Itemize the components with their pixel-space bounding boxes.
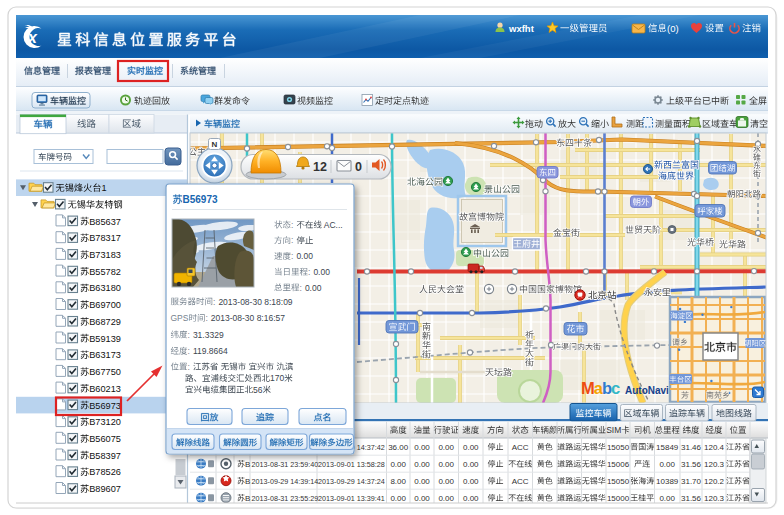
svg-text:0.00: 0.00: [463, 477, 479, 486]
svg-text::: :: [188, 330, 190, 340]
svg-text:31.3329: 31.3329: [193, 330, 224, 340]
svg-text:B85637: B85637: [89, 217, 121, 227]
svg-text::: :: [206, 313, 208, 323]
svg-text:0.00: 0.00: [414, 494, 430, 503]
svg-text:N: N: [212, 140, 218, 149]
svg-text::: :: [188, 346, 190, 356]
svg-text:B68729: B68729: [89, 317, 121, 327]
svg-text:wxfht: wxfht: [508, 23, 535, 34]
svg-text:0.00: 0.00: [390, 460, 406, 469]
svg-text:15000: 15000: [607, 494, 630, 503]
svg-text:120.2: 120.2: [704, 477, 725, 486]
svg-text:120.3: 120.3: [704, 494, 725, 503]
svg-text:2013-08-31 23:55:29: 2013-08-31 23:55:29: [252, 494, 319, 503]
svg-text:B59139: B59139: [89, 334, 121, 344]
svg-text:0.00: 0.00: [463, 460, 479, 469]
svg-text::: :: [291, 251, 293, 261]
svg-text:GPS: GPS: [171, 313, 189, 323]
svg-text:(0): (0): [667, 23, 679, 34]
svg-text:0.00: 0.00: [438, 443, 454, 452]
svg-text:31.56: 31.56: [681, 494, 702, 503]
svg-text:B63180: B63180: [89, 283, 121, 293]
svg-text:120.4: 120.4: [704, 443, 725, 452]
svg-text::: :: [300, 283, 302, 293]
svg-text:B56973: B56973: [183, 194, 218, 205]
svg-text:B56075: B56075: [89, 434, 121, 444]
svg-text:B63173: B63173: [89, 350, 121, 360]
svg-text:B56973: B56973: [89, 401, 121, 411]
svg-text:10389: 10389: [656, 477, 679, 486]
svg-text::: :: [213, 297, 215, 307]
svg-text:31.46: 31.46: [681, 443, 702, 452]
svg-text:B78317: B78317: [89, 233, 121, 243]
svg-text:B: B: [245, 460, 250, 469]
svg-text:2013-09-29 14:39:14: 2013-09-29 14:39:14: [252, 477, 319, 486]
svg-text:2013-09-01 13:58:28: 2013-09-01 13:58:28: [318, 460, 385, 469]
svg-text:ACC: ACC: [512, 477, 529, 486]
svg-text:B69700: B69700: [89, 300, 121, 310]
svg-text:2013-08-30 8:18:09: 2013-08-30 8:18:09: [218, 297, 292, 307]
svg-text:0.00: 0.00: [296, 251, 313, 261]
svg-text:B73183: B73183: [89, 250, 121, 260]
svg-text:36.00: 36.00: [388, 443, 409, 452]
svg-text:170: 170: [270, 373, 284, 383]
svg-text:x: x: [27, 29, 38, 46]
svg-text:B55782: B55782: [89, 267, 121, 277]
svg-text:2013-09-29 14:37:24: 2013-09-29 14:37:24: [318, 477, 385, 486]
svg-text:B73120: B73120: [89, 417, 121, 427]
svg-text:Mabc: Mabc: [581, 379, 620, 397]
svg-text:0.00: 0.00: [305, 283, 322, 293]
svg-text:15050: 15050: [607, 477, 630, 486]
svg-text:119.8664: 119.8664: [193, 346, 228, 356]
svg-text:B: B: [245, 477, 250, 486]
svg-text:8.00: 8.00: [390, 477, 406, 486]
svg-text:2013-08-31 23:59:40: 2013-08-31 23:59:40: [252, 460, 319, 469]
svg-text:B78526: B78526: [89, 467, 121, 477]
svg-text:B58397: B58397: [89, 451, 121, 461]
svg-text::: :: [188, 362, 190, 372]
svg-text:0.00: 0.00: [463, 443, 479, 452]
svg-text:0.00: 0.00: [414, 477, 430, 486]
svg-text:2013-08-30 8:16:57: 2013-08-30 8:16:57: [211, 313, 285, 323]
svg-text:31.70: 31.70: [681, 477, 702, 486]
svg-text::: :: [291, 220, 293, 230]
svg-text:SIM: SIM: [606, 425, 621, 435]
svg-text:0.00: 0.00: [313, 267, 330, 277]
svg-text:2013-09-01 13:39:41: 2013-09-01 13:39:41: [318, 494, 385, 503]
svg-text:B: B: [245, 494, 250, 503]
svg-text:0.00: 0.00: [463, 494, 479, 503]
svg-text:15006: 15006: [607, 460, 630, 469]
svg-text:0.00: 0.00: [659, 494, 675, 503]
svg-text:15849: 15849: [656, 443, 679, 452]
svg-text:120.3: 120.3: [704, 460, 725, 469]
svg-text:0.00: 0.00: [414, 460, 430, 469]
svg-text:B89607: B89607: [89, 484, 121, 494]
svg-text:0.00: 0.00: [659, 460, 675, 469]
svg-text:31.56: 31.56: [681, 460, 702, 469]
svg-text:15050: 15050: [607, 443, 630, 452]
svg-text:B60213: B60213: [89, 384, 121, 394]
svg-text:12: 12: [313, 160, 327, 174]
svg-text:0.00: 0.00: [414, 443, 430, 452]
svg-text:B67750: B67750: [89, 367, 121, 377]
svg-text:0.00: 0.00: [438, 460, 454, 469]
svg-text:AutoNavi: AutoNavi: [625, 385, 669, 396]
svg-text:56: 56: [253, 385, 263, 395]
svg-text::: :: [291, 235, 293, 245]
svg-text:0: 0: [355, 160, 362, 174]
svg-text::: :: [308, 267, 310, 277]
svg-text:ACC: ACC: [512, 443, 529, 452]
svg-text:0.00: 0.00: [438, 477, 454, 486]
svg-text:0.00: 0.00: [438, 494, 454, 503]
svg-text:0.00: 0.00: [390, 494, 406, 503]
svg-text:1: 1: [102, 183, 107, 193]
svg-text:AC...: AC...: [322, 220, 343, 230]
